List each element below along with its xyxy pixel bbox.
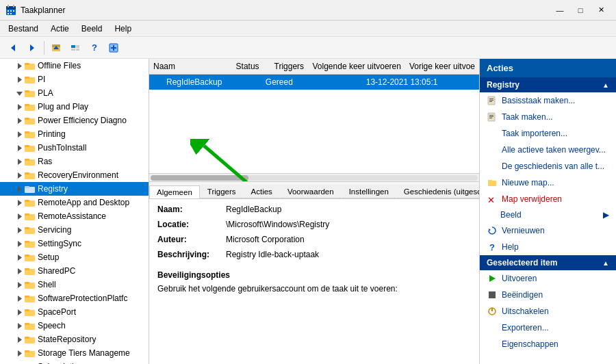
action-eigenschappen[interactable]: Eigenschappen xyxy=(480,336,616,352)
tree-label-0: Offline Files xyxy=(38,61,81,70)
svg-rect-15 xyxy=(76,45,79,48)
sidebar-item-12[interactable]: Servicing xyxy=(0,223,149,237)
folder-icon-0 xyxy=(25,61,36,70)
sidebar-item-18[interactable]: SpacePort xyxy=(0,305,149,319)
action-taak-maken[interactable]: Taak maken... xyxy=(480,109,616,125)
uitvoeren-label: Uitvoeren xyxy=(502,274,537,283)
detail-auteur-label: Auteur: xyxy=(157,235,226,244)
tab-panel: Algemeen Triggers Acties Voorwaarden Ins… xyxy=(149,182,479,364)
svg-rect-102 xyxy=(489,118,492,118)
action-help[interactable]: ? Help xyxy=(480,239,616,255)
sidebar-item-10[interactable]: RemoteApp and Desktop xyxy=(0,196,149,209)
sidebar-item-11[interactable]: RemoteAssistance xyxy=(0,209,149,223)
maximize-button[interactable]: □ xyxy=(571,3,590,17)
svg-marker-84 xyxy=(18,350,22,356)
sidebar-item-2[interactable]: PLA xyxy=(0,86,149,100)
sidebar-item-13[interactable]: SettingSync xyxy=(0,237,149,250)
sidebar-item-16[interactable]: Shell xyxy=(0,278,149,291)
col-header-status[interactable]: Status xyxy=(232,60,270,73)
svg-marker-75 xyxy=(18,309,22,315)
tab-triggers[interactable]: Triggers xyxy=(200,185,244,198)
up-button[interactable] xyxy=(47,40,65,56)
tree-expand-7 xyxy=(14,159,25,165)
col-header-triggers[interactable]: Triggers xyxy=(270,60,309,73)
registry-chevron: ▲ xyxy=(602,81,609,89)
menu-beeld[interactable]: Beeld xyxy=(76,23,108,35)
beeindigen-label: Beëindigen xyxy=(502,290,543,300)
menu-bestand[interactable]: Bestand xyxy=(3,23,44,35)
folder-icon-8 xyxy=(25,170,36,180)
sidebar-item-22[interactable]: Subscription xyxy=(0,360,149,364)
task-scrollbar[interactable] xyxy=(149,173,479,181)
action-geschiedenis-alle[interactable]: De geschiedenis van alle t... xyxy=(480,158,616,174)
actions-section-geselecteerd[interactable]: Geselecteerd item ▲ xyxy=(480,255,616,270)
tree-label-11: RemoteAssistance xyxy=(38,211,106,221)
sidebar-item-6[interactable]: PushToInstall xyxy=(0,141,149,155)
tree-expand-9 xyxy=(14,186,25,192)
action-map-verwijderen[interactable]: ✕ Map verwijderen xyxy=(480,191,616,207)
back-button[interactable] xyxy=(4,40,22,56)
tab-acties[interactable]: Acties xyxy=(244,185,280,198)
col-header-naam[interactable]: Naam xyxy=(149,60,232,73)
sidebar-item-21[interactable]: Storage Tiers Manageme xyxy=(0,346,149,360)
sidebar-tree: Offline Files PI PLA Plug and Play Power… xyxy=(0,59,149,364)
svg-rect-47 xyxy=(25,172,29,174)
action-alle-actieve[interactable]: Alle actieve taken weergev... xyxy=(480,142,616,158)
sidebar-item-8[interactable]: RecoveryEnvironment xyxy=(0,168,149,182)
action-exporteren[interactable]: Exporteren... xyxy=(480,320,616,336)
sidebar-item-4[interactable]: Power Efficiency Diagno xyxy=(0,114,149,127)
sidebar-item-0[interactable]: Offline Files xyxy=(0,59,149,73)
detail-auteur-value: Microsoft Corporation xyxy=(226,235,471,244)
beeld-arrow: ▶ xyxy=(603,210,609,220)
sidebar-item-17[interactable]: SoftwareProtectionPlatfc xyxy=(0,291,149,305)
view-button[interactable] xyxy=(66,40,84,56)
sidebar-item-14[interactable]: Setup xyxy=(0,250,149,264)
taak-importeren-icon xyxy=(487,128,498,139)
task-naam: RegIdleBackup xyxy=(149,76,261,88)
detail-naam-value: RegIdleBackup xyxy=(226,205,471,214)
tab-geschiedenis[interactable]: Geschiedenis (uitgesch xyxy=(396,185,479,198)
sidebar-item-15[interactable]: SharedPC xyxy=(0,264,149,278)
actions-header: Acties xyxy=(480,59,616,77)
action-vernieuwen[interactable]: Vernieuwen xyxy=(480,222,616,239)
svg-rect-16 xyxy=(71,49,75,51)
action-taak-importeren[interactable]: Taak importeren... xyxy=(480,125,616,142)
new-button[interactable] xyxy=(105,40,123,56)
sidebar-item-9[interactable]: Registry xyxy=(0,182,149,196)
action-nieuwe-map[interactable]: Nieuwe map... xyxy=(480,174,616,191)
action-basisstaak[interactable]: Basisstaak maken... xyxy=(480,92,616,109)
svg-rect-59 xyxy=(25,227,29,229)
action-beeindigen[interactable]: Beëindigen xyxy=(480,287,616,303)
col-header-prev[interactable]: Vorige keer uitvoe xyxy=(405,60,479,73)
tree-expand-11 xyxy=(14,213,25,220)
help-button[interactable]: ? xyxy=(86,40,103,56)
menu-help[interactable]: Help xyxy=(109,23,137,35)
action-uitvoeren[interactable]: Uitvoeren xyxy=(480,270,616,287)
detail-naam-row: Naam: RegIdleBackup xyxy=(157,205,471,214)
geschiedenis-alle-label: De geschiedenis van alle t... xyxy=(502,161,604,171)
svg-rect-3 xyxy=(13,5,14,8)
minimize-button[interactable]: — xyxy=(550,3,569,17)
action-beeld[interactable]: Beeld ▶ xyxy=(480,207,616,222)
security-desc: Gebruik het volgende gebruikersaccount o… xyxy=(157,284,471,294)
sidebar-item-5[interactable]: Printing xyxy=(0,127,149,141)
sidebar-item-3[interactable]: Plug and Play xyxy=(0,100,149,114)
tab-voorwaarden[interactable]: Voorwaarden xyxy=(280,185,342,198)
uitschakelen-icon xyxy=(487,306,498,317)
action-uitschakelen[interactable]: Uitschakelen xyxy=(480,303,616,320)
task-row[interactable]: RegIdleBackup Gereed 13-12-2021 13:05:1 xyxy=(149,75,479,90)
svg-rect-17 xyxy=(76,49,79,51)
svg-rect-50 xyxy=(25,186,29,188)
col-header-next[interactable]: Volgende keer uitvoeren xyxy=(309,60,405,73)
sidebar-item-7[interactable]: Ras xyxy=(0,155,149,168)
tab-instellingen[interactable]: Instellingen xyxy=(342,185,396,198)
beeindigen-icon xyxy=(487,289,498,300)
sidebar-item-1[interactable]: PI xyxy=(0,73,149,86)
actions-section-registry[interactable]: Registry ▲ xyxy=(480,77,616,92)
tab-algemeen[interactable]: Algemeen xyxy=(149,185,200,199)
close-button[interactable]: ✕ xyxy=(591,3,611,17)
forward-button[interactable] xyxy=(23,40,41,56)
sidebar-item-19[interactable]: Speech xyxy=(0,319,149,333)
menu-actie[interactable]: Actie xyxy=(45,23,75,35)
sidebar-item-20[interactable]: StateRepository xyxy=(0,333,149,346)
